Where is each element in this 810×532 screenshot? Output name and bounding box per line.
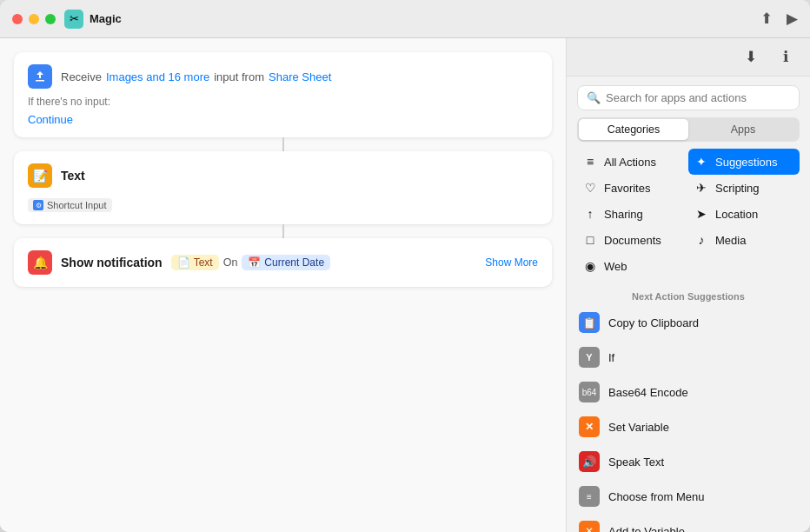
notification-icon: 🔔 bbox=[28, 250, 52, 275]
add-variable-label: Add to Variable bbox=[608, 525, 685, 533]
connector-1 bbox=[282, 137, 284, 151]
categories-toggle[interactable]: Categories bbox=[579, 119, 688, 140]
app-icon: ✂ bbox=[64, 10, 83, 29]
media-label: Media bbox=[715, 234, 746, 247]
categories-grid: ≡ All Actions ✦ Suggestions ♡ Favorites … bbox=[567, 149, 810, 279]
set-variable-icon: ✕ bbox=[579, 416, 600, 437]
shortcut-icon: ⚙ bbox=[33, 200, 43, 210]
media-icon: ♪ bbox=[694, 233, 709, 247]
notification-card: 🔔 Show notification 📄 Text On 📅 Current … bbox=[14, 238, 552, 287]
location-label: Location bbox=[715, 208, 758, 221]
text-card-title: Text bbox=[61, 169, 85, 183]
notification-title: Show notification bbox=[61, 256, 163, 269]
text-card-header: 📝 Text bbox=[28, 163, 538, 188]
suggestion-choose-menu[interactable]: ≡ Choose from Menu bbox=[567, 479, 810, 514]
sharing-icon: ↑ bbox=[582, 207, 598, 221]
param-date: 📅 Current Date bbox=[242, 255, 330, 270]
if-icon: Y bbox=[579, 347, 600, 368]
copy-clipboard-label: Copy to Clipboard bbox=[608, 316, 699, 329]
right-toolbar: ⬇ ℹ bbox=[567, 38, 810, 76]
notification-row: 🔔 Show notification 📄 Text On 📅 Current … bbox=[28, 250, 538, 275]
sharing-label: Sharing bbox=[604, 208, 643, 221]
apps-toggle[interactable]: Apps bbox=[688, 119, 798, 140]
param-on: On bbox=[223, 256, 238, 269]
text-card: 📝 Text ⚙ Shortcut Input bbox=[14, 151, 552, 224]
notification-left: 🔔 Show notification 📄 Text On 📅 Current … bbox=[28, 250, 330, 275]
category-sharing[interactable]: ↑ Sharing bbox=[577, 201, 688, 227]
receive-card: Receive Images and 16 more input from Sh… bbox=[14, 52, 552, 137]
suggestions-icon: ✦ bbox=[694, 155, 709, 169]
web-icon: ◉ bbox=[582, 259, 598, 273]
if-label: If bbox=[608, 351, 614, 364]
show-more-button[interactable]: Show More bbox=[485, 256, 538, 269]
receive-row: Receive Images and 16 more input from Sh… bbox=[61, 70, 331, 83]
suggestions-header: Next Action Suggestions bbox=[567, 284, 810, 305]
scripting-icon: ✈ bbox=[694, 181, 709, 195]
search-input-wrapper: 🔍 bbox=[577, 85, 800, 110]
receive-label: Receive bbox=[61, 70, 102, 83]
app-title: Magic bbox=[90, 12, 760, 25]
category-location[interactable]: ➤ Location bbox=[688, 201, 800, 227]
search-icon: 🔍 bbox=[587, 91, 601, 104]
play-button[interactable]: ▶ bbox=[787, 11, 798, 26]
favorites-label: Favorites bbox=[604, 182, 650, 195]
copy-clipboard-icon: 📋 bbox=[579, 312, 600, 333]
suggestion-set-variable[interactable]: ✕ Set Variable bbox=[567, 409, 810, 444]
titlebar-actions: ⬆ ▶ bbox=[760, 11, 798, 26]
notification-params: 📄 Text On 📅 Current Date bbox=[171, 255, 330, 270]
category-web[interactable]: ◉ Web bbox=[577, 253, 688, 279]
category-suggestions[interactable]: ✦ Suggestions bbox=[688, 149, 800, 175]
shortcut-badge: ⚙ Shortcut Input bbox=[28, 198, 112, 212]
share-sheet-link[interactable]: Share Sheet bbox=[269, 70, 331, 83]
import-button[interactable]: ⬇ bbox=[739, 45, 763, 70]
left-panel: Receive Images and 16 more input from Sh… bbox=[0, 38, 567, 532]
suggestion-base64[interactable]: b64 Base64 Encode bbox=[567, 375, 810, 409]
suggestion-copy-clipboard[interactable]: 📋 Copy to Clipboard bbox=[567, 305, 810, 340]
set-variable-label: Set Variable bbox=[608, 421, 669, 434]
all-actions-icon: ≡ bbox=[582, 155, 598, 169]
app-window: ✂ Magic ⬆ ▶ Receive Images and 16 m bbox=[0, 0, 810, 532]
search-bar: 🔍 bbox=[567, 76, 810, 117]
documents-label: Documents bbox=[604, 234, 661, 247]
suggestion-if[interactable]: Y If bbox=[567, 340, 810, 375]
category-media[interactable]: ♪ Media bbox=[688, 227, 800, 253]
favorites-icon: ♡ bbox=[582, 181, 598, 195]
if-no-input-label: If there's no input: bbox=[28, 96, 538, 108]
receive-card-header: Receive Images and 16 more input from Sh… bbox=[28, 64, 538, 89]
web-label: Web bbox=[604, 260, 627, 273]
text-icon: 📝 bbox=[28, 163, 52, 188]
base64-label: Base64 Encode bbox=[608, 386, 688, 399]
param-text: 📄 Text bbox=[171, 255, 219, 270]
suggestion-add-variable[interactable]: ✕ Add to Variable bbox=[567, 514, 810, 532]
connector-2 bbox=[282, 224, 284, 238]
close-button[interactable] bbox=[12, 14, 23, 24]
search-input[interactable] bbox=[606, 91, 790, 104]
category-documents[interactable]: □ Documents bbox=[577, 227, 688, 253]
category-apps-toggle: Categories Apps bbox=[577, 117, 800, 142]
speak-text-icon: 🔊 bbox=[579, 451, 600, 472]
continue-link[interactable]: Continue bbox=[28, 113, 73, 126]
receive-icon bbox=[28, 64, 52, 89]
all-actions-label: All Actions bbox=[604, 156, 656, 169]
main-content: Receive Images and 16 more input from Sh… bbox=[0, 38, 810, 532]
titlebar: ✂ Magic ⬆ ▶ bbox=[0, 0, 810, 38]
minimize-button[interactable] bbox=[29, 14, 39, 24]
upload-button[interactable]: ⬆ bbox=[760, 11, 773, 26]
shortcut-label: Shortcut Input bbox=[47, 200, 107, 210]
suggestions-label: Suggestions bbox=[715, 156, 778, 169]
maximize-button[interactable] bbox=[45, 14, 56, 24]
input-from-label: input from bbox=[214, 70, 264, 83]
info-button[interactable]: ℹ bbox=[773, 45, 798, 70]
add-variable-icon: ✕ bbox=[579, 521, 600, 532]
location-icon: ➤ bbox=[694, 207, 709, 221]
category-favorites[interactable]: ♡ Favorites bbox=[577, 175, 688, 201]
speak-text-label: Speak Text bbox=[608, 456, 664, 469]
right-panel: ⬇ ℹ 🔍 Categories Apps ≡ All Acti bbox=[567, 38, 810, 532]
base64-icon: b64 bbox=[579, 382, 600, 402]
suggestion-speak-text[interactable]: 🔊 Speak Text bbox=[567, 444, 810, 479]
choose-menu-label: Choose from Menu bbox=[608, 490, 705, 503]
category-all-actions[interactable]: ≡ All Actions bbox=[577, 149, 688, 175]
category-scripting[interactable]: ✈ Scripting bbox=[688, 175, 800, 201]
images-link[interactable]: Images and 16 more bbox=[106, 70, 209, 83]
documents-icon: □ bbox=[582, 233, 598, 247]
